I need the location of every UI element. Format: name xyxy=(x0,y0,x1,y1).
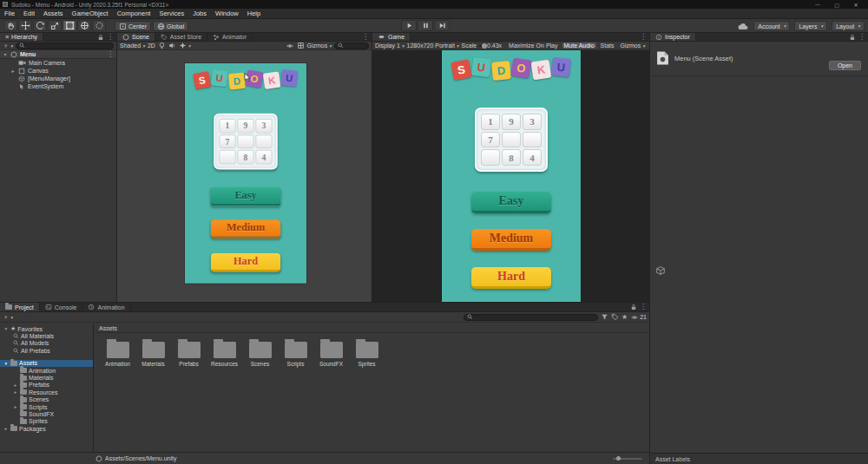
transform-tool-button[interactable] xyxy=(77,20,91,31)
menu-help[interactable]: Help xyxy=(243,10,265,17)
maximize-on-play-toggle[interactable]: Maximize On Play xyxy=(507,42,559,49)
panel-menu-icon[interactable]: ⋮ xyxy=(107,34,114,41)
project-search-input[interactable] xyxy=(464,314,598,321)
maximize-button[interactable]: ▢ xyxy=(827,2,846,8)
panel-menu-icon[interactable]: ⋮ xyxy=(640,34,647,41)
hard-button[interactable]: Hard xyxy=(211,253,281,272)
panel-menu-icon[interactable]: ⋮ xyxy=(362,34,369,41)
tab-animator[interactable]: Animator xyxy=(207,33,253,41)
scene-search-input[interactable] xyxy=(334,42,369,49)
slider-thumb[interactable] xyxy=(482,43,487,49)
folder-scenes[interactable]: Scenes xyxy=(243,337,277,367)
lock-icon[interactable] xyxy=(850,34,855,41)
layout-dropdown[interactable]: Layout▾ xyxy=(832,21,865,31)
display-dropdown[interactable]: Display 1▾ xyxy=(375,42,404,49)
menu-file[interactable]: File xyxy=(0,10,19,17)
folder-materials[interactable]: Materials xyxy=(136,337,170,367)
layers-dropdown[interactable]: Layers▾ xyxy=(794,21,827,31)
menu-services[interactable]: Services xyxy=(155,10,188,17)
tree-item-scenes[interactable]: Scenes xyxy=(0,396,93,403)
tab-game[interactable]: Game xyxy=(372,33,411,41)
stats-toggle[interactable]: Stats xyxy=(599,42,616,49)
hierarchy-item-main-camera[interactable]: Main Camera xyxy=(0,59,116,67)
create-asset-button[interactable]: ＋▾ xyxy=(3,313,13,322)
pivot-toggle-button[interactable]: Center xyxy=(115,21,151,31)
hierarchy-search-input[interactable] xyxy=(16,42,114,49)
scale-tool-button[interactable] xyxy=(48,20,62,31)
space-toggle-button[interactable]: Global xyxy=(153,21,188,31)
minimize-button[interactable]: — xyxy=(808,2,827,8)
close-button[interactable]: ✕ xyxy=(846,2,865,8)
foldout-arrow-icon[interactable]: ▾ xyxy=(3,361,9,366)
open-button[interactable]: Open xyxy=(829,61,861,70)
add-gameobject-button[interactable]: ＋▾ xyxy=(3,42,13,50)
hard-button[interactable]: Hard xyxy=(471,267,551,289)
custom-tool-button[interactable] xyxy=(92,20,106,31)
tab-hierarchy[interactable]: ≡ Hierarchy xyxy=(0,33,43,41)
favorites-all-models[interactable]: All Models xyxy=(0,340,93,347)
foldout-arrow-icon[interactable]: ▾ xyxy=(3,326,9,331)
medium-button[interactable]: Medium xyxy=(471,229,551,251)
folder-scripts[interactable]: Scripts xyxy=(279,337,312,367)
tab-inspector[interactable]: Inspector xyxy=(650,33,696,41)
hierarchy-item-menumanager[interactable]: [MenuManager] xyxy=(0,75,116,82)
move-tool-button[interactable] xyxy=(18,20,32,31)
favorites-header[interactable]: ▾ ★ Favorites xyxy=(0,325,93,332)
folder-soundfx[interactable]: SoundFX xyxy=(314,337,348,367)
menu-assets[interactable]: Assets xyxy=(39,10,68,17)
scene-menu-icon[interactable]: ⋮ xyxy=(107,51,114,58)
lock-icon[interactable] xyxy=(98,34,103,41)
rotate-tool-button[interactable] xyxy=(33,20,47,31)
foldout-arrow-icon[interactable]: ▸ xyxy=(10,68,16,74)
tab-animation[interactable]: Animation xyxy=(82,303,130,311)
slider-thumb[interactable] xyxy=(616,456,621,461)
rect-tool-button[interactable] xyxy=(62,20,76,31)
audio-toggle-icon[interactable] xyxy=(168,42,176,49)
foldout-arrow-icon[interactable]: ▸ xyxy=(3,426,9,431)
scene-viewport[interactable]: S U D O K U 1 9 3 7 8 4 xyxy=(117,50,372,302)
tree-item-prefabs[interactable]: ▸ Prefabs xyxy=(0,382,93,389)
menu-jobs[interactable]: Jobs xyxy=(188,10,211,17)
menu-edit[interactable]: Edit xyxy=(19,10,39,17)
tree-item-assets[interactable]: ▾ Assets xyxy=(0,360,93,367)
menu-gameobject[interactable]: GameObject xyxy=(68,10,113,17)
panel-menu-icon[interactable]: ⋮ xyxy=(640,304,647,310)
lock-icon[interactable] xyxy=(631,304,636,310)
easy-button[interactable]: Easy xyxy=(471,192,551,213)
foldout-arrow-icon[interactable]: ▾ xyxy=(3,51,8,57)
hidden-packages-toggle[interactable]: 21 xyxy=(630,314,647,321)
grid-toggle-icon[interactable] xyxy=(297,42,305,49)
2d-toggle[interactable]: 2D xyxy=(148,42,155,49)
foldout-arrow-icon[interactable]: ▸ xyxy=(13,382,18,388)
folder-animation[interactable]: Animation xyxy=(101,337,135,367)
folder-sprites[interactable]: Sprites xyxy=(350,337,384,367)
tree-item-packages[interactable]: ▸ Packages xyxy=(0,425,93,432)
hierarchy-item-canvas[interactable]: ▸ Canvas xyxy=(0,67,116,75)
medium-button[interactable]: Medium xyxy=(211,219,281,239)
effects-dropdown[interactable]: ▾ xyxy=(179,42,191,49)
lighting-toggle-icon[interactable] xyxy=(158,42,166,49)
mute-audio-toggle[interactable]: Mute Audio xyxy=(562,42,596,49)
hierarchy-item-eventsystem[interactable]: EventSystem xyxy=(0,82,116,90)
search-by-type-icon[interactable] xyxy=(601,313,608,321)
play-button[interactable] xyxy=(401,20,417,31)
tab-scene[interactable]: Scene xyxy=(117,33,155,41)
cloud-collab-icon[interactable] xyxy=(738,23,749,30)
menu-window[interactable]: Window xyxy=(211,10,243,17)
thumbnail-size-slider[interactable] xyxy=(613,458,642,460)
hand-tool-button[interactable] xyxy=(3,20,17,31)
tree-item-animation[interactable]: Animation xyxy=(0,367,93,374)
favorites-all-materials[interactable]: All Materials xyxy=(0,332,93,339)
folder-resources[interactable]: Resources xyxy=(207,337,241,367)
hierarchy-scene-row[interactable]: ▾ Menu ⋮ xyxy=(0,50,116,59)
tab-project[interactable]: Project xyxy=(0,303,40,311)
favorite-search-star-icon[interactable]: ★ xyxy=(621,313,628,321)
pause-button[interactable] xyxy=(418,20,433,31)
menu-component[interactable]: Component xyxy=(113,10,155,17)
visibility-eye-icon[interactable] xyxy=(286,42,294,49)
tree-item-sprites[interactable]: Sprites xyxy=(0,418,93,425)
tab-asset-store[interactable]: Asset Store xyxy=(155,33,207,41)
gizmos-dropdown[interactable]: Gizmos▾ xyxy=(307,42,332,49)
tree-item-materials[interactable]: Materials xyxy=(0,374,93,381)
easy-button[interactable]: Easy xyxy=(211,187,281,206)
